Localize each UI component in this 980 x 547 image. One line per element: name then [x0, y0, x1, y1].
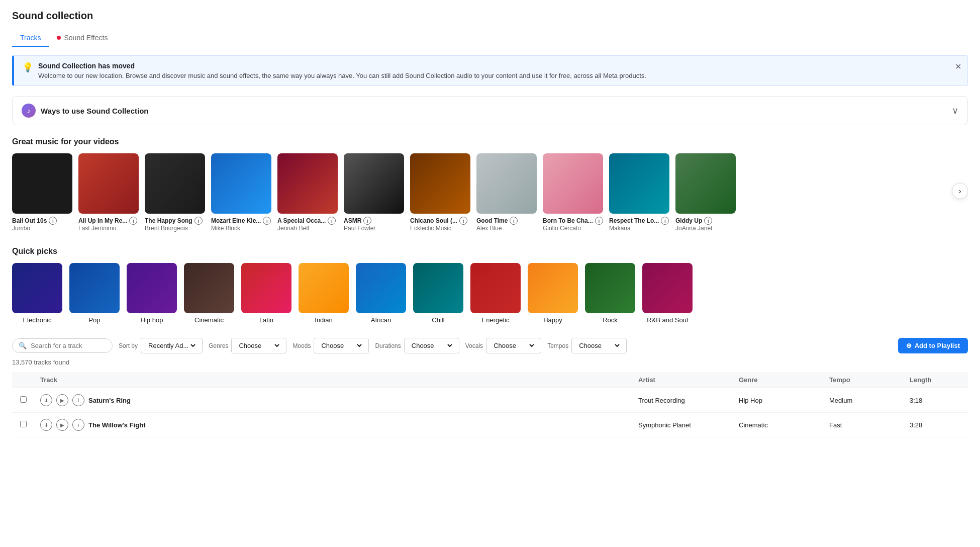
genres-select[interactable]: Choose — [231, 338, 286, 353]
moods-group: Moods Choose — [292, 338, 369, 353]
genres-dropdown[interactable]: Choose — [237, 341, 281, 350]
info-icon[interactable]: i — [595, 217, 603, 225]
info-icon[interactable]: i — [263, 217, 271, 225]
featured-track-item[interactable]: A Special Occa... i Jennah Bell — [277, 153, 338, 232]
featured-track-title: Respect The Lo... i — [609, 217, 669, 225]
page-title: Sound collection — [12, 10, 968, 22]
row-checkbox[interactable] — [20, 396, 27, 403]
info-icon[interactable]: i — [129, 217, 137, 225]
sort-by-select[interactable]: Recently Ad... — [141, 338, 203, 353]
info-button[interactable]: i — [72, 394, 84, 406]
info-icon[interactable]: i — [704, 217, 712, 225]
quick-pick-cinematic[interactable]: Cinematic — [184, 263, 234, 324]
quick-pick-label: Pop — [69, 316, 120, 324]
tab-tracks[interactable]: Tracks — [12, 30, 49, 47]
track-controls: ⬇ ▶ i — [40, 419, 84, 431]
durations-select[interactable]: Choose — [404, 338, 459, 353]
featured-track-item[interactable]: Mozart Eine Kle... i Mike Block — [211, 153, 271, 232]
vocals-dropdown[interactable]: Choose — [492, 341, 536, 350]
notice-title: Sound Collection has moved — [38, 62, 646, 70]
quick-pick-rock[interactable]: Rock — [585, 263, 635, 324]
featured-track-item[interactable]: Good Time i Alex Blue — [476, 153, 537, 232]
quick-pick-image — [413, 263, 463, 313]
ways-icon: ♪ — [22, 104, 36, 118]
vocals-select[interactable]: Choose — [486, 338, 541, 353]
featured-track-item[interactable]: All Up In My Re... i Last Jerónimo — [78, 153, 139, 232]
info-icon[interactable]: i — [661, 217, 669, 225]
track-cell: ⬇ ▶ i The Willow's Fight — [40, 419, 638, 431]
notice-close-button[interactable]: ✕ — [955, 62, 961, 71]
add-playlist-label: Add to Playlist — [915, 342, 960, 349]
play-button[interactable]: ▶ — [56, 394, 68, 406]
quick-pick-image — [642, 263, 693, 313]
durations-label: Durations — [375, 342, 401, 349]
table-row: ⬇ ▶ i The Willow's Fight Symphonic Plane… — [12, 413, 968, 437]
download-button[interactable]: ⬇ — [40, 394, 52, 406]
quick-pick-energetic[interactable]: Energetic — [470, 263, 521, 324]
quick-pick-label: African — [356, 316, 406, 324]
quick-pick-label: Electronic — [12, 316, 62, 324]
sort-by-dropdown[interactable]: Recently Ad... — [146, 341, 197, 350]
info-icon[interactable]: i — [459, 217, 467, 225]
search-icon: 🔍 — [19, 342, 27, 349]
search-box: 🔍 — [12, 338, 113, 353]
durations-dropdown[interactable]: Choose — [410, 341, 454, 350]
moods-dropdown[interactable]: Choose — [319, 341, 363, 350]
quick-pick-image — [299, 263, 349, 313]
quick-pick-happy[interactable]: Happy — [528, 263, 578, 324]
add-to-playlist-button[interactable]: ⊕ Add to Playlist — [898, 338, 968, 353]
featured-track-artist: Paul Fowler — [344, 225, 404, 232]
next-button[interactable]: › — [952, 183, 968, 199]
info-icon[interactable]: i — [510, 217, 518, 225]
quick-pick-image — [356, 263, 406, 313]
durations-group: Durations Choose — [375, 338, 459, 353]
download-button[interactable]: ⬇ — [40, 419, 52, 431]
quick-pick-electronic[interactable]: Electronic — [12, 263, 62, 324]
info-icon[interactable]: i — [328, 217, 336, 225]
featured-track-item[interactable]: Chicano Soul (... i Ecklectic Music — [410, 153, 470, 232]
featured-track-item[interactable]: The Happy Song i Brent Bourgeois — [145, 153, 205, 232]
featured-track-item[interactable]: ASMR i Paul Fowler — [344, 153, 404, 232]
info-icon[interactable]: i — [363, 217, 371, 225]
table-header-track: Track — [40, 376, 638, 384]
quick-pick-pop[interactable]: Pop — [69, 263, 120, 324]
quick-pick-image — [127, 263, 177, 313]
quick-pick-hiphop[interactable]: Hip hop — [127, 263, 177, 324]
quick-pick-image — [585, 263, 635, 313]
search-input[interactable] — [31, 342, 106, 349]
notice-icon: 💡 — [22, 62, 33, 73]
info-button[interactable]: i — [72, 419, 84, 431]
play-button[interactable]: ▶ — [56, 419, 68, 431]
tempos-select[interactable]: Choose — [571, 338, 627, 353]
quick-pick-indian[interactable]: Indian — [299, 263, 349, 324]
quick-pick-rnb[interactable]: R&B and Soul — [642, 263, 693, 324]
quick-pick-label: Hip hop — [127, 316, 177, 324]
featured-track-artist: Alex Blue — [476, 225, 537, 232]
featured-track-item[interactable]: Giddy Up i JoAnna Janét — [675, 153, 736, 232]
featured-track-item[interactable]: Respect The Lo... i Makana — [609, 153, 669, 232]
ways-banner[interactable]: ♪ Ways to use Sound Collection ∨ — [12, 96, 968, 125]
info-icon[interactable]: i — [194, 217, 203, 225]
quick-pick-image — [12, 263, 62, 313]
track-genre: Hip Hop — [739, 397, 829, 404]
featured-track-item[interactable]: Ball Out 10s i Jumbo — [12, 153, 72, 232]
featured-track-title: Giddy Up i — [675, 217, 736, 225]
featured-track-artist: JoAnna Janét — [675, 225, 736, 232]
playlist-icon: ⊕ — [906, 342, 912, 349]
track-tempo: Fast — [829, 421, 910, 429]
table-header-tempo: Tempo — [829, 376, 910, 384]
quick-pick-label: Latin — [241, 316, 291, 324]
info-icon[interactable]: i — [49, 217, 57, 225]
notice-banner: 💡 Sound Collection has moved Welcome to … — [12, 55, 968, 86]
featured-track-item[interactable]: Born To Be Cha... i Giulio Cercato — [543, 153, 603, 232]
moods-select[interactable]: Choose — [314, 338, 369, 353]
row-checkbox[interactable] — [20, 421, 27, 427]
moods-label: Moods — [292, 342, 311, 349]
quick-pick-african[interactable]: African — [356, 263, 406, 324]
tab-sound-effects[interactable]: Sound Effects — [49, 30, 116, 47]
sort-by-group: Sort by Recently Ad... — [119, 338, 203, 353]
tempos-dropdown[interactable]: Choose — [577, 341, 621, 350]
quick-pick-image — [528, 263, 578, 313]
quick-pick-chill[interactable]: Chill — [413, 263, 463, 324]
quick-pick-latin[interactable]: Latin — [241, 263, 291, 324]
